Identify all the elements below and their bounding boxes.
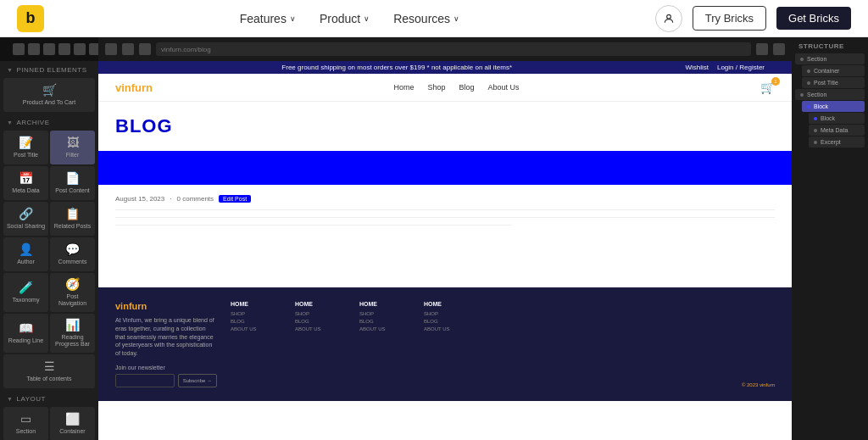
- nav-product[interactable]: Product ∨: [320, 12, 370, 25]
- footer-col-1-blog[interactable]: BLOG: [231, 319, 281, 324]
- canvas-tool-5[interactable]: [773, 43, 785, 55]
- footer-col-3-shop[interactable]: SHOP: [359, 311, 410, 316]
- struct-item-section-2[interactable]: Section: [795, 89, 865, 100]
- svg-point-0: [666, 14, 670, 19]
- author-icon: 👤: [19, 242, 33, 256]
- panel-icon-2[interactable]: [28, 43, 40, 55]
- chevron-down-icon: ▼: [7, 120, 13, 125]
- wishlist-link[interactable]: Wishlist: [685, 64, 709, 71]
- element-post-navigation[interactable]: 🧭 Post Navigation: [50, 273, 95, 312]
- panel-icon-4[interactable]: [58, 43, 70, 55]
- site-nav-blog[interactable]: Blog: [459, 83, 475, 92]
- element-product-add-to-cart[interactable]: 🛒 Product And To Cart: [3, 78, 95, 112]
- canvas-tool-2[interactable]: [122, 43, 134, 55]
- canvas-toolbar: vinfurn.com/blog: [98, 37, 792, 61]
- footer-col-2-title: HOME: [295, 301, 346, 307]
- post-divider-1: [115, 209, 775, 210]
- panel-icons: [13, 43, 98, 55]
- layout-elements-grid: ▭ Section ⬜ Container ■ Block — Div: [0, 405, 98, 440]
- struct-item-container[interactable]: Container: [802, 65, 865, 76]
- logo-icon[interactable]: b: [17, 5, 44, 32]
- struct-dot: [800, 93, 804, 97]
- archive-elements-grid: 📝 Post Title 🖼 Filter 📅 Meta Data 📄 Post…: [0, 129, 98, 390]
- footer-col-4: HOME SHOP BLOG ABOUT US: [424, 301, 475, 387]
- footer-col-3-about[interactable]: ABOUT US: [359, 326, 410, 331]
- element-section[interactable]: ▭ Section: [3, 407, 48, 440]
- struct-item-meta-data[interactable]: Meta Data: [809, 125, 865, 136]
- canvas-tool-3[interactable]: [139, 43, 151, 55]
- element-container[interactable]: ⬜ Container: [50, 407, 95, 440]
- element-post-content[interactable]: 📄 Post Content: [50, 166, 95, 200]
- footer-col-1-title: HOME: [231, 301, 281, 307]
- left-panel: ▼ PINNED ELEMENTS 🛒 Product And To Cart …: [0, 37, 98, 440]
- footer-col-2-blog[interactable]: BLOG: [295, 319, 346, 324]
- struct-item-excerpt[interactable]: Excerpt: [809, 136, 865, 148]
- site-preview: Free ground shipping on most orders over…: [98, 61, 792, 440]
- blog-title: BLOG: [115, 115, 775, 137]
- panel-icon-3[interactable]: [43, 43, 55, 55]
- site-logo: vinfurn: [115, 81, 153, 94]
- footer-col-4-blog[interactable]: BLOG: [424, 319, 475, 324]
- element-taxonomy[interactable]: 🧪 Taxonomy: [3, 273, 48, 312]
- canvas-tool-4[interactable]: [756, 43, 768, 55]
- footer-col-3: HOME SHOP BLOG ABOUT US: [359, 301, 410, 387]
- meta-data-icon: 📅: [19, 171, 33, 185]
- footer-col-1-shop[interactable]: SHOP: [231, 311, 281, 316]
- login-register-link[interactable]: Login / Register: [717, 64, 765, 71]
- chevron-down-icon: ∨: [290, 14, 296, 23]
- site-footer: vinfurn At Vinfurn, we bring a unique bl…: [98, 287, 792, 401]
- panel-icon-5[interactable]: [74, 43, 86, 55]
- element-meta-data[interactable]: 📅 Meta Data: [3, 166, 48, 200]
- canvas-tool-1[interactable]: [105, 43, 117, 55]
- editor-area: ▼ PINNED ELEMENTS 🛒 Product And To Cart …: [0, 37, 868, 440]
- right-panel: Structure Section Container Post Title S…: [792, 37, 868, 440]
- element-related-posts[interactable]: 📋 Related Posts: [50, 202, 95, 236]
- share-icon: 🔗: [19, 207, 33, 220]
- struct-item-section-1[interactable]: Section: [795, 53, 865, 64]
- site-nav: Home Shop Blog About Us: [393, 83, 519, 92]
- account-icon-button[interactable]: [655, 5, 682, 32]
- element-table-of-contents[interactable]: ☰ Table of contents: [3, 354, 95, 388]
- struct-dot: [807, 81, 810, 85]
- panel-icon-6[interactable]: [89, 43, 98, 55]
- element-filter[interactable]: 🖼 Filter: [50, 131, 95, 164]
- footer-logo: vinfurn: [115, 301, 217, 311]
- struct-item-block-active[interactable]: Block: [802, 101, 865, 112]
- newsletter-label: Join our newsletter: [115, 365, 217, 370]
- element-reading-progress[interactable]: 📊 Reading Progress Bar: [50, 314, 95, 353]
- site-nav-about[interactable]: About Us: [488, 83, 520, 92]
- post-content: [115, 209, 775, 277]
- structure-tree: Section Container Post Title Section Blo…: [792, 53, 868, 148]
- chevron-down-icon: ▼: [7, 396, 13, 402]
- struct-item-post-title[interactable]: Post Title: [802, 77, 865, 88]
- cart-button[interactable]: 🛒 1: [760, 81, 775, 94]
- element-author[interactable]: 👤 Author: [3, 237, 48, 271]
- footer-col-2-shop[interactable]: SHOP: [295, 311, 346, 316]
- struct-dot-blue: [807, 105, 810, 109]
- chevron-down-icon: ▼: [7, 67, 13, 73]
- element-comments[interactable]: 💬 Comments: [50, 237, 95, 271]
- struct-item-block-2[interactable]: Block: [809, 113, 865, 124]
- canvas-url-bar[interactable]: vinfurn.com/blog: [156, 42, 751, 56]
- site-header: vinfurn Home Shop Blog About Us 🛒 1: [98, 74, 792, 102]
- footer-col-4-about[interactable]: ABOUT US: [424, 326, 475, 331]
- element-social-sharing[interactable]: 🔗 Social Sharing: [3, 202, 48, 236]
- element-post-title[interactable]: 📝 Post Title: [3, 131, 48, 164]
- footer-col-2-about[interactable]: ABOUT US: [295, 326, 346, 331]
- site-nav-home[interactable]: Home: [393, 83, 414, 92]
- footer-col-1-about[interactable]: ABOUT US: [231, 326, 281, 331]
- newsletter-input[interactable]: [115, 374, 175, 387]
- nav-resources[interactable]: Resources ∨: [393, 12, 459, 25]
- edit-post-badge[interactable]: Edit Post: [219, 195, 251, 203]
- get-bricks-button[interactable]: Get Bricks: [776, 7, 851, 30]
- nav-features[interactable]: Features ∨: [240, 12, 296, 25]
- subscribe-button[interactable]: Subscribe →: [178, 374, 217, 387]
- site-nav-shop[interactable]: Shop: [428, 83, 446, 92]
- footer-col-3-blog[interactable]: BLOG: [359, 319, 410, 324]
- nav-right: Try Bricks Get Bricks: [655, 5, 851, 32]
- try-bricks-button[interactable]: Try Bricks: [693, 6, 766, 31]
- element-reading-line[interactable]: 📖 Reading Line: [3, 314, 48, 353]
- footer-col-4-shop[interactable]: SHOP: [424, 311, 475, 316]
- section-icon: ▭: [20, 412, 31, 426]
- panel-icon-1[interactable]: [13, 43, 25, 55]
